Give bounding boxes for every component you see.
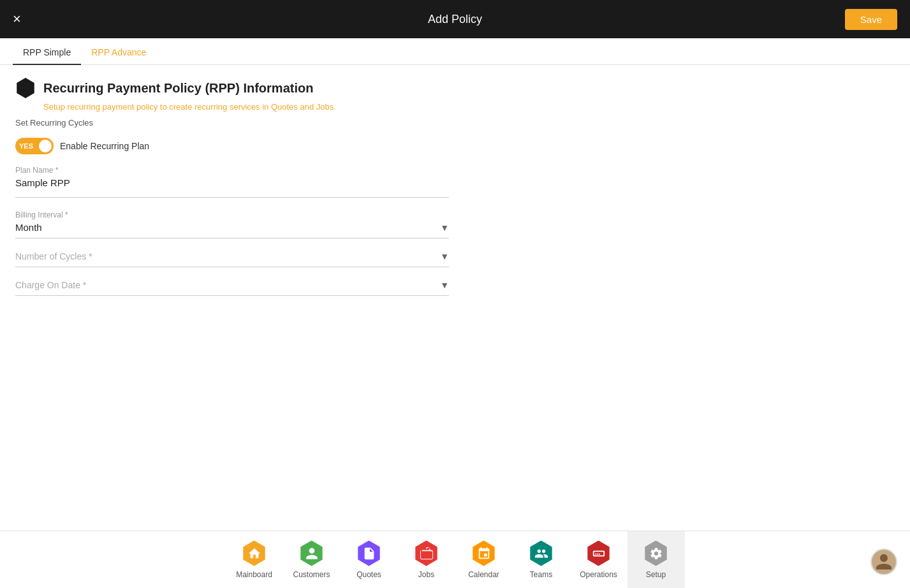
- quotes-label: Quotes: [356, 570, 381, 579]
- set-recurring-label: Set Recurring Cycles: [15, 118, 895, 128]
- plan-name-group: Plan Name * Sample RPP: [15, 166, 449, 198]
- nav-item-teams[interactable]: Teams: [513, 531, 570, 589]
- bottom-nav: Mainboard Customers Quotes Jobs Calendar…: [0, 531, 910, 588]
- number-of-cycles-arrow-icon: ▼: [440, 251, 449, 261]
- section-icon: [15, 78, 36, 98]
- toggle-knob: [39, 140, 52, 152]
- teams-label: Teams: [530, 570, 552, 579]
- enable-recurring-toggle[interactable]: YES: [15, 138, 54, 154]
- billing-interval-label: Billing Interval *: [15, 210, 895, 219]
- avatar[interactable]: [870, 548, 897, 575]
- number-of-cycles-dropdown[interactable]: Number of Cycles * ▼: [15, 251, 449, 267]
- customers-icon: [299, 541, 325, 566]
- nav-item-jobs[interactable]: Jobs: [398, 531, 455, 589]
- charge-on-date-group: Charge On Date * ▼: [15, 280, 895, 296]
- section-header: Recurring Payment Policy (RPP) Informati…: [15, 78, 895, 98]
- nav-item-operations[interactable]: Operations: [570, 531, 627, 589]
- calendar-label: Calendar: [468, 570, 499, 579]
- billing-interval-value: Month: [15, 222, 42, 233]
- nav-item-setup[interactable]: Setup: [627, 531, 685, 589]
- section-subtitle: Setup recurring payment policy to create…: [15, 102, 895, 112]
- nav-item-customers[interactable]: Customers: [283, 531, 341, 589]
- mainboard-label: Mainboard: [236, 570, 272, 579]
- operations-label: Operations: [580, 570, 617, 579]
- billing-interval-arrow-icon: ▼: [440, 223, 449, 233]
- tab-bar: RPP Simple RPP Advance: [0, 38, 910, 65]
- enable-recurring-row: YES Enable Recurring Plan: [15, 138, 895, 154]
- page-title: Add Policy: [428, 13, 482, 26]
- calendar-icon: [471, 541, 497, 566]
- nav-item-calendar[interactable]: Calendar: [455, 531, 513, 589]
- customers-label: Customers: [293, 570, 330, 579]
- operations-icon: [586, 541, 612, 566]
- jobs-label: Jobs: [418, 570, 434, 579]
- tab-rpp-advance[interactable]: RPP Advance: [81, 38, 156, 65]
- billing-interval-dropdown[interactable]: Month ▼: [15, 222, 449, 239]
- quotes-icon: [356, 541, 382, 566]
- charge-on-date-placeholder: Charge On Date *: [15, 280, 86, 290]
- jobs-icon: [414, 541, 439, 566]
- teams-icon: [529, 541, 554, 566]
- mainboard-icon: [242, 541, 267, 566]
- setup-icon: [643, 541, 669, 566]
- nav-item-quotes[interactable]: Quotes: [341, 531, 398, 589]
- section-title: Recurring Payment Policy (RPP) Informati…: [43, 81, 313, 96]
- plan-name-value[interactable]: Sample RPP: [15, 177, 449, 193]
- tab-rpp-simple[interactable]: RPP Simple: [13, 38, 81, 65]
- charge-on-date-dropdown[interactable]: Charge On Date * ▼: [15, 280, 449, 296]
- number-of-cycles-group: Number of Cycles * ▼: [15, 251, 895, 267]
- nav-item-mainboard[interactable]: Mainboard: [226, 531, 283, 589]
- main-content: Recurring Payment Policy (RPP) Informati…: [0, 65, 910, 321]
- number-of-cycles-placeholder: Number of Cycles *: [15, 251, 92, 261]
- plan-name-label: Plan Name *: [15, 166, 449, 175]
- charge-on-date-arrow-icon: ▼: [440, 280, 449, 290]
- billing-interval-group: Billing Interval * Month ▼: [15, 210, 895, 239]
- close-button[interactable]: ×: [13, 12, 21, 26]
- setup-label: Setup: [646, 570, 666, 579]
- enable-recurring-label: Enable Recurring Plan: [60, 141, 149, 151]
- save-button[interactable]: Save: [845, 9, 897, 30]
- header: × Add Policy Save: [0, 0, 910, 38]
- toggle-yes-label: YES: [19, 142, 33, 150]
